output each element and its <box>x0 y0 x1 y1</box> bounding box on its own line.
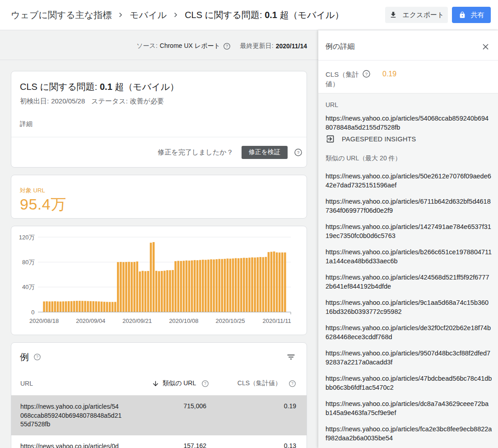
help-icon[interactable]: ? <box>362 70 371 93</box>
chart-bar[interactable] <box>194 260 196 312</box>
chart-bar[interactable] <box>202 260 204 312</box>
similar-url-item[interactable]: https://news.yahoo.co.jp/articles/9507d4… <box>326 349 492 367</box>
chart-bar[interactable] <box>183 261 185 312</box>
chart-bar[interactable] <box>150 243 152 312</box>
chart-bar[interactable] <box>73 301 75 312</box>
chart-bar[interactable] <box>60 302 62 312</box>
chart-bar[interactable] <box>89 301 92 312</box>
chart-bar[interactable] <box>243 258 245 312</box>
chart-bar[interactable] <box>163 271 166 312</box>
chart-bar[interactable] <box>210 259 212 312</box>
chart-bar[interactable] <box>130 262 133 312</box>
chart-bar[interactable] <box>153 242 155 312</box>
chart-bar[interactable] <box>270 252 273 312</box>
chart-bar[interactable] <box>177 261 179 312</box>
chart-bar[interactable] <box>136 261 139 312</box>
help-icon[interactable]: ? <box>289 380 296 387</box>
chart-bar[interactable] <box>256 257 259 312</box>
chart-bar[interactable] <box>237 258 240 312</box>
chart-bar[interactable] <box>62 301 65 312</box>
chart-bar[interactable] <box>240 258 242 312</box>
chart-bar[interactable] <box>109 302 111 312</box>
close-icon[interactable] <box>481 42 490 51</box>
help-icon[interactable]: ? <box>294 148 303 157</box>
breadcrumb-core-web-vitals[interactable]: ウェブに関する主な指標 <box>11 9 112 21</box>
chart-bar[interactable] <box>51 301 53 312</box>
column-similar-urls[interactable]: 類似の URL ? <box>152 379 209 387</box>
chart-bar[interactable] <box>147 271 149 312</box>
chart-bar[interactable] <box>169 270 171 312</box>
chart-bar[interactable] <box>262 257 265 312</box>
chart-bar[interactable] <box>106 302 108 312</box>
table-row[interactable]: https://news.yahoo.co.jp/articles/0d157,… <box>11 435 307 448</box>
chart-bar[interactable] <box>101 302 103 312</box>
chart-bar[interactable] <box>144 271 147 312</box>
chart-bar[interactable] <box>248 258 251 312</box>
chart-bar[interactable] <box>81 301 84 312</box>
chart-bar[interactable] <box>92 301 94 312</box>
chart-bar[interactable] <box>224 259 226 312</box>
chart-bar[interactable] <box>117 262 119 312</box>
help-icon[interactable]: ? <box>201 380 209 387</box>
chart-bar[interactable] <box>218 259 220 312</box>
chart-bar[interactable] <box>128 262 130 312</box>
chart-bar[interactable] <box>98 301 100 312</box>
filter-icon[interactable] <box>286 352 296 362</box>
breadcrumb-mobile[interactable]: モバイル <box>130 9 167 21</box>
chart-bar[interactable] <box>68 301 70 312</box>
chart-bar[interactable] <box>84 301 86 312</box>
chart-bar[interactable] <box>199 260 201 312</box>
chart-bar[interactable] <box>142 271 144 312</box>
details-link[interactable]: 詳細 <box>20 121 296 127</box>
chart-bar[interactable] <box>276 252 278 312</box>
chart-bar[interactable] <box>259 257 261 312</box>
chart-bar[interactable] <box>103 302 106 312</box>
similar-url-item[interactable]: https://news.yahoo.co.jp/articles/fca2e3… <box>326 425 492 443</box>
similar-url-item[interactable]: https://news.yahoo.co.jp/articles/9c1aa5… <box>326 298 492 316</box>
similar-url-item[interactable]: https://news.yahoo.co.jp/articles/b266c6… <box>326 247 492 266</box>
chart-bar[interactable] <box>254 257 256 312</box>
chart-bar[interactable] <box>139 271 141 312</box>
row-url[interactable]: https://news.yahoo.co.jp/articles/54068c… <box>20 402 122 429</box>
chart-bar[interactable] <box>95 301 98 312</box>
chart-bar[interactable] <box>54 301 56 312</box>
similar-url-item[interactable]: https://news.yahoo.co.jp/articles/6711b6… <box>326 197 492 215</box>
pagespeed-insights-link[interactable]: PAGESPEED INSIGHTS <box>326 134 492 144</box>
chart-bar[interactable] <box>191 261 193 312</box>
help-icon[interactable]: ? <box>223 42 231 50</box>
chart-bar[interactable] <box>251 257 253 312</box>
chart-bar[interactable] <box>235 258 237 312</box>
chart-bar[interactable] <box>65 301 67 312</box>
chart-bar[interactable] <box>180 261 182 312</box>
column-url[interactable]: URL <box>20 380 152 387</box>
chart-bar[interactable] <box>114 302 116 312</box>
chart-bar[interactable] <box>48 301 51 312</box>
chart-bar[interactable] <box>284 252 286 312</box>
chart-bar[interactable] <box>125 262 127 312</box>
chart-bar[interactable] <box>158 271 160 312</box>
chart-bar[interactable] <box>213 260 215 312</box>
chart-bar[interactable] <box>79 301 81 312</box>
share-button[interactable]: 共有 <box>452 7 491 23</box>
similar-url-item[interactable]: https://news.yahoo.co.jp/articles/142749… <box>326 222 492 240</box>
chart-bar[interactable] <box>76 301 78 312</box>
chart-bar[interactable] <box>174 261 177 312</box>
similar-url-item[interactable]: https://news.yahoo.co.jp/articles/de32f0… <box>326 323 492 341</box>
similar-url-item[interactable]: https://news.yahoo.co.jp/articles/47bdcb… <box>326 374 492 392</box>
help-icon[interactable]: ? <box>33 353 41 361</box>
chart-bar[interactable] <box>265 257 267 312</box>
chart-bar[interactable] <box>161 271 163 312</box>
chart-bar[interactable] <box>186 261 188 312</box>
chart-bar[interactable] <box>188 261 191 312</box>
chart-bar[interactable] <box>279 252 281 312</box>
chart-bar[interactable] <box>196 260 199 312</box>
row-url[interactable]: https://news.yahoo.co.jp/articles/0d <box>20 442 122 448</box>
chart-bar[interactable] <box>281 252 284 312</box>
chart-bar[interactable] <box>207 260 209 312</box>
chart-bar[interactable] <box>120 262 122 312</box>
similar-url-item[interactable]: https://news.yahoo.co.jp/articles/424568… <box>326 273 492 291</box>
chart-bar[interactable] <box>246 258 248 312</box>
chart-bar[interactable] <box>70 301 73 312</box>
chart-bar[interactable] <box>87 301 89 312</box>
chart-bar[interactable] <box>122 262 125 312</box>
